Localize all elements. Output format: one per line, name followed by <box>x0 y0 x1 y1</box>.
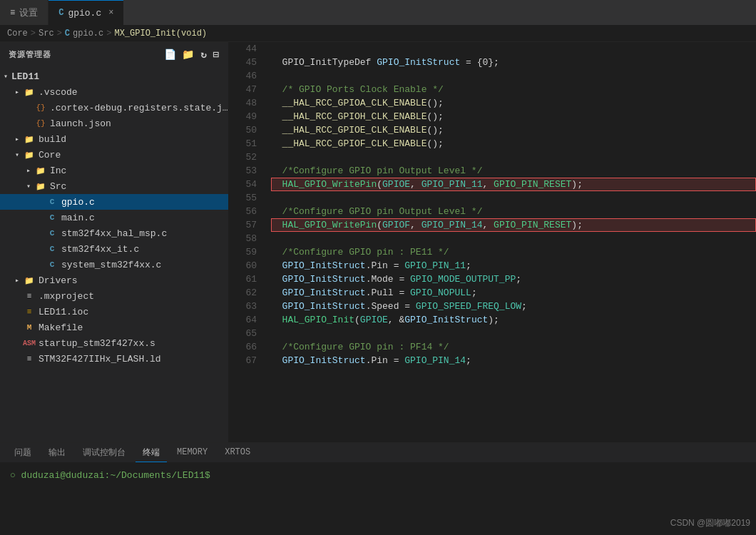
tree-item-system[interactable]: ▸ C system_stm32f4xx.c <box>0 257 228 272</box>
asm-icon: ASM <box>23 340 36 347</box>
system-icon: C <box>46 260 58 269</box>
bottom-panel: 问题输出调试控制台终端MEMORYXRTOS ○ duduzai@duduzai… <box>0 442 756 535</box>
tab-gpio[interactable]: C gpio.c × <box>48 0 123 25</box>
code-line-45: GPIO_InitTypeDef GPIO_InitStruct = {0}; <box>271 56 756 69</box>
src-arrow: ▾ <box>23 182 34 190</box>
inc-arrow: ▸ <box>23 166 34 175</box>
tab-settings-label: 设置 <box>19 6 38 19</box>
tree-item-inc[interactable]: ▸ 📁 Inc <box>0 163 228 178</box>
makefile-icon: M <box>23 323 36 332</box>
mxproject-label: .mxproject <box>39 291 228 302</box>
panel-tab-终端[interactable]: 终端 <box>136 444 167 462</box>
tree-item-src[interactable]: ▾ 📁 Src <box>0 178 228 194</box>
new-folder-icon[interactable]: 📁 <box>182 49 195 61</box>
tree-item-startup[interactable]: ▸ ASM startup_stm32f427xx.s <box>0 335 228 351</box>
vscode-arrow: ▸ <box>11 88 23 96</box>
cortex-debug-label: .cortex-debug.registers.state.json <box>50 103 228 113</box>
tree-item-ioc[interactable]: ▸ ≡ LED11.ioc <box>0 304 228 320</box>
panel-tab-XRTOS[interactable]: XRTOS <box>218 444 257 461</box>
breadcrumb-func[interactable]: MX_GPIO_Init(void) <box>114 29 207 39</box>
json-icon2: {} <box>34 119 47 128</box>
src-label: Src <box>50 181 228 192</box>
build-arrow: ▸ <box>11 135 23 143</box>
build-folder-icon: 📁 <box>23 135 36 144</box>
tree-item-ld[interactable]: ▸ ≡ STM32F427IIHx_FLASH.ld <box>0 351 228 367</box>
breadcrumb-core[interactable]: Core <box>7 29 28 39</box>
breadcrumb-src[interactable]: Src <box>39 29 54 39</box>
code-line-54: HAL_GPIO_WritePin(GPIOE, GPIO_PIN_11, GP… <box>271 178 756 191</box>
tree-root[interactable]: ▾ LED11 <box>0 68 228 84</box>
code-line-56: /*Configure GPIO pin Output Level */ <box>271 205 756 218</box>
tree-item-gpio[interactable]: ▸ C gpio.c <box>0 194 228 210</box>
ioc-label: LED11.ioc <box>39 307 228 317</box>
panel-content: ○ duduzai@duduzai:~/Documents/LED11$ <box>0 463 756 535</box>
code-line-60: GPIO_InitStruct.Pin = GPIO_PIN_11; <box>271 259 756 272</box>
tab-settings[interactable]: ≡ 设置 <box>0 0 48 25</box>
ld-label: STM32F427IIHx_FLASH.ld <box>39 354 228 365</box>
panel-tab-MEMORY[interactable]: MEMORY <box>170 444 215 461</box>
tree-item-it[interactable]: ▸ C stm32f4xx_it.c <box>0 241 228 257</box>
new-file-icon[interactable]: 📄 <box>164 49 177 61</box>
json-icon: {} <box>34 103 47 112</box>
breadcrumb-file[interactable]: gpio.c <box>73 29 103 39</box>
sidebar-actions: 📄 📁 ↻ ⊟ <box>164 49 220 61</box>
collapse-icon[interactable]: ⊟ <box>213 49 220 61</box>
tree-item-makefile[interactable]: ▸ M Makefile <box>0 320 228 335</box>
c-file-icon: C <box>58 8 63 18</box>
tree-item-mxproject[interactable]: ▸ ≡ .mxproject <box>0 288 228 304</box>
vscode-label: .vscode <box>39 87 228 98</box>
code-line-57: HAL_GPIO_WritePin(GPIOF, GPIO_PIN_14, GP… <box>271 218 756 232</box>
tree-item-drivers[interactable]: ▸ 📁 Drivers <box>0 272 228 288</box>
tree-item-build[interactable]: ▸ 📁 build <box>0 131 228 147</box>
tab-gpio-label: gpio.c <box>68 8 101 19</box>
code-line-55 <box>271 191 756 205</box>
makefile-label: Makefile <box>39 322 228 333</box>
panel-tab-输出[interactable]: 输出 <box>41 444 73 462</box>
main-label: main.c <box>61 213 228 223</box>
ld-icon: ≡ <box>23 355 36 363</box>
mxproject-icon: ≡ <box>23 292 36 300</box>
core-folder-icon: 📁 <box>23 151 36 160</box>
tree-item-vscode[interactable]: ▸ 📁 .vscode <box>0 84 228 100</box>
ioc-icon: ≡ <box>23 307 36 316</box>
tree-item-cortex-debug[interactable]: ▸ {} .cortex-debug.registers.state.json <box>0 100 228 116</box>
code-line-52 <box>271 151 756 164</box>
core-label: Core <box>39 150 228 160</box>
drivers-folder-icon: 📁 <box>23 276 36 285</box>
code-line-44 <box>271 42 756 56</box>
system-label: system_stm32f4xx.c <box>61 260 228 270</box>
sidebar-title: 资源管理器 <box>9 49 51 60</box>
tree-item-hal-msp[interactable]: ▸ C stm32f4xx_hal_msp.c <box>0 225 228 241</box>
launch-label: launch.json <box>50 118 228 129</box>
refresh-icon[interactable]: ↻ <box>200 49 207 61</box>
tab-close-button[interactable]: × <box>108 8 113 18</box>
code-line-48: __HAL_RCC_GPIOA_CLK_ENABLE(); <box>271 96 756 110</box>
breadcrumb: Core > Src > C gpio.c > MX_GPIO_Init(voi… <box>0 25 756 42</box>
root-arrow: ▾ <box>0 72 11 81</box>
panel-tab-调试控制台[interactable]: 调试控制台 <box>76 444 133 462</box>
panel-tabs: 问题输出调试控制台终端MEMORYXRTOS <box>0 443 756 463</box>
drivers-label: Drivers <box>39 275 228 286</box>
tree-item-main[interactable]: ▸ C main.c <box>0 210 228 225</box>
hal-msp-icon: C <box>46 229 58 238</box>
code-editor[interactable]: 4445464748495051525354555657585960616263… <box>228 42 756 442</box>
title-bar: ≡ 设置 C gpio.c × <box>0 0 756 25</box>
startup-label: startup_stm32f427xx.s <box>39 338 228 349</box>
panel-tab-问题[interactable]: 问题 <box>7 444 39 462</box>
breadcrumb-c: C <box>65 29 70 39</box>
settings-icon: ≡ <box>10 8 15 18</box>
terminal-prompt: ○ duduzai@duduzai:~/Documents/LED11$ <box>10 470 210 481</box>
code-line-66: /*Configure GPIO pin : PF14 */ <box>271 340 756 354</box>
tree-item-core[interactable]: ▾ 📁 Core <box>0 147 228 163</box>
code-line-64: HAL_GPIO_Init(GPIOE, &GPIO_InitStruct); <box>271 313 756 327</box>
tree-item-launch[interactable]: ▸ {} launch.json <box>0 116 228 131</box>
main-c-icon: C <box>46 213 58 222</box>
code-content[interactable]: GPIO_InitTypeDef GPIO_InitStruct = {0}; … <box>264 42 756 442</box>
breadcrumb-sep2: > <box>57 29 62 39</box>
core-arrow: ▾ <box>11 151 23 159</box>
hal-msp-label: stm32f4xx_hal_msp.c <box>61 228 228 239</box>
code-line-49: __HAL_RCC_GPIOH_CLK_ENABLE(); <box>271 110 756 123</box>
sidebar-header: 资源管理器 📄 📁 ↻ ⊟ <box>0 42 228 67</box>
it-label: stm32f4xx_it.c <box>61 244 228 255</box>
gpio-c-icon: C <box>46 198 58 206</box>
